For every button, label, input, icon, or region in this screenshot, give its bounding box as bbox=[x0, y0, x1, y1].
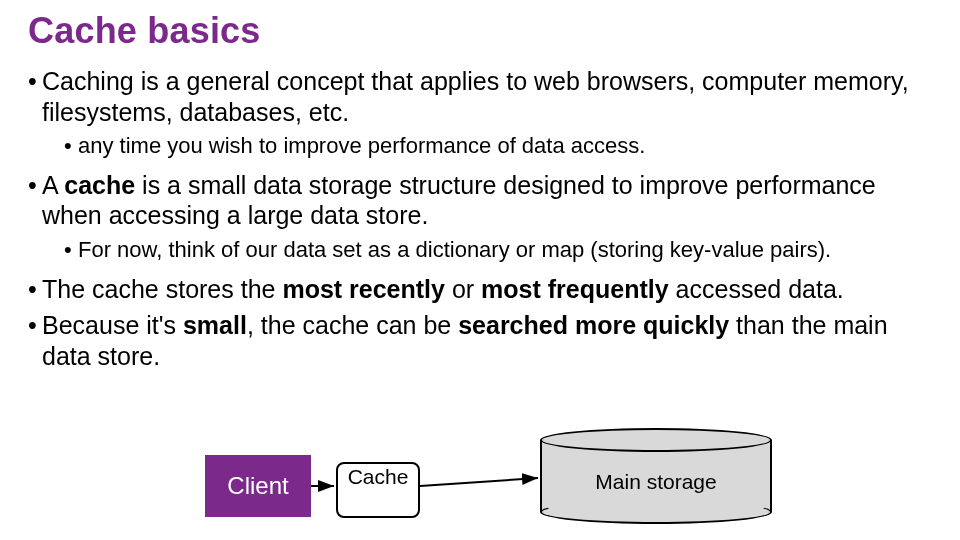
bullet-4-mid: , the cache can be bbox=[247, 311, 458, 339]
bullet-1: Caching is a general concept that applie… bbox=[28, 66, 932, 160]
bullet-3-mid: or bbox=[445, 275, 481, 303]
bullet-list: Caching is a general concept that applie… bbox=[28, 66, 932, 371]
slide-title: Cache basics bbox=[28, 10, 932, 52]
bullet-4-b1: small bbox=[183, 311, 247, 339]
bullet-3-pre: The cache stores the bbox=[42, 275, 282, 303]
bullet-1-text: Caching is a general concept that applie… bbox=[42, 67, 909, 126]
bullet-3-b1: most recently bbox=[282, 275, 445, 303]
bullet-2-bold: cache bbox=[64, 171, 135, 199]
bullet-3-b2: most frequently bbox=[481, 275, 669, 303]
bullet-2a: For now, think of our data set as a dict… bbox=[64, 237, 932, 264]
bullet-4: Because it's small, the cache can be sea… bbox=[28, 310, 932, 371]
bullet-1a: any time you wish to improve performance… bbox=[64, 133, 932, 160]
bullet-2-pre: A bbox=[42, 171, 64, 199]
bullet-2-post: is a small data storage structure design… bbox=[42, 171, 876, 230]
bullet-4-b2: searched more quickly bbox=[458, 311, 729, 339]
bullet-4-pre: Because it's bbox=[42, 311, 183, 339]
bullet-2: A cache is a small data storage structur… bbox=[28, 170, 932, 264]
slide: Cache basics Caching is a general concep… bbox=[0, 0, 960, 540]
bullet-3: The cache stores the most recently or mo… bbox=[28, 274, 932, 305]
bullet-3-post: accessed data. bbox=[669, 275, 844, 303]
